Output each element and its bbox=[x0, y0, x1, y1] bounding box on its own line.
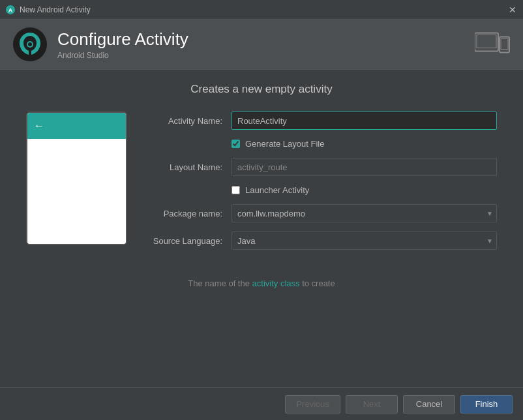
svg-point-4 bbox=[28, 42, 32, 46]
source-language-select[interactable]: Java Kotlin bbox=[232, 232, 497, 250]
phone-preview: ← bbox=[26, 112, 127, 245]
svg-rect-6 bbox=[477, 35, 496, 48]
activity-name-input[interactable] bbox=[232, 112, 497, 130]
hint-suffix: to create bbox=[300, 278, 335, 288]
source-language-label: Source Language: bbox=[147, 236, 232, 246]
package-name-wrapper: com.llw.mapdemo ▼ bbox=[232, 204, 497, 222]
title-bar: A New Android Activity ✕ bbox=[0, 0, 523, 20]
dialog-header: Configure Activity Android Studio bbox=[0, 20, 523, 70]
svg-rect-5 bbox=[475, 33, 498, 52]
source-language-wrapper: Java Kotlin ▼ bbox=[232, 232, 497, 250]
app-icon: A bbox=[5, 5, 16, 15]
dialog-title: Configure Activity bbox=[57, 29, 188, 50]
package-name-row: Package name: com.llw.mapdemo ▼ bbox=[147, 204, 497, 222]
source-language-row: Source Language: Java Kotlin ▼ bbox=[147, 232, 497, 250]
hint-text: The name of the activity class to create bbox=[26, 278, 497, 288]
layout-name-row: Layout Name: bbox=[147, 158, 497, 176]
layout-name-label: Layout Name: bbox=[147, 162, 232, 172]
content-subtitle: Creates a new empty activity bbox=[26, 83, 497, 96]
package-name-label: Package name: bbox=[147, 209, 232, 218]
svg-rect-8 bbox=[501, 39, 508, 50]
hint-highlight: activity class bbox=[252, 278, 300, 288]
hint-prefix: The name of the bbox=[188, 278, 252, 288]
cancel-button[interactable]: Cancel bbox=[403, 395, 455, 413]
launcher-activity-checkbox[interactable] bbox=[232, 186, 240, 194]
phone-topbar: ← bbox=[27, 113, 126, 139]
package-name-select[interactable]: com.llw.mapdemo bbox=[232, 204, 497, 222]
back-arrow-icon: ← bbox=[34, 120, 44, 132]
configure-form: Activity Name: Generate Layout File Layo… bbox=[147, 112, 497, 259]
layout-name-input[interactable] bbox=[232, 158, 497, 176]
android-studio-logo bbox=[13, 27, 47, 61]
generate-layout-label: Generate Layout File bbox=[245, 139, 324, 149]
svg-text:A: A bbox=[8, 7, 13, 14]
dialog-footer: Previous Next Cancel Finish bbox=[0, 387, 523, 420]
generate-layout-row: Generate Layout File bbox=[232, 139, 497, 149]
activity-name-label: Activity Name: bbox=[147, 116, 232, 126]
launcher-activity-label: Launcher Activity bbox=[245, 185, 309, 195]
dialog-subtitle: Android Studio bbox=[57, 51, 188, 60]
activity-name-row: Activity Name: bbox=[147, 112, 497, 130]
main-area: ← Activity Name: Generate Layout File La… bbox=[26, 112, 497, 259]
launcher-activity-row: Launcher Activity bbox=[232, 185, 497, 195]
finish-button[interactable]: Finish bbox=[460, 395, 513, 413]
dialog-content: Creates a new empty activity ← Activity … bbox=[0, 70, 523, 301]
device-icon bbox=[475, 31, 510, 59]
next-button[interactable]: Next bbox=[346, 395, 398, 413]
phone-body bbox=[27, 139, 126, 244]
window-title: New Android Activity bbox=[20, 5, 91, 14]
generate-layout-checkbox[interactable] bbox=[232, 140, 240, 148]
previous-button[interactable]: Previous bbox=[285, 395, 340, 413]
close-button[interactable]: ✕ bbox=[507, 5, 518, 15]
